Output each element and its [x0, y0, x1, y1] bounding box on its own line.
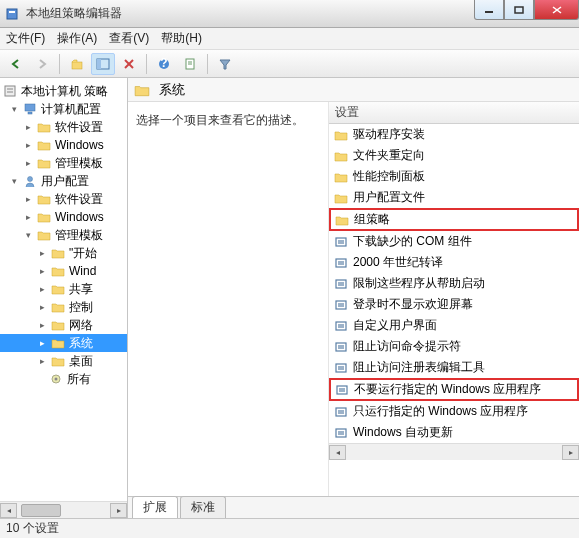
show-hide-tree-button[interactable]: [91, 53, 115, 75]
expand-icon[interactable]: ▸: [22, 211, 34, 223]
scroll-left-icon[interactable]: ◂: [0, 503, 17, 518]
tree-item[interactable]: ▸ 软件设置: [0, 190, 127, 208]
list-item[interactable]: 限制这些程序从帮助启动: [329, 273, 579, 294]
toolbar: ?: [0, 50, 579, 78]
menu-action[interactable]: 操作(A): [57, 30, 97, 47]
delete-button[interactable]: [117, 53, 141, 75]
list-item[interactable]: 用户配置文件: [329, 187, 579, 208]
tree-item[interactable]: ▸ 共享: [0, 280, 127, 298]
menu-file[interactable]: 文件(F): [6, 30, 45, 47]
scroll-thumb[interactable]: [21, 504, 61, 517]
status-text: 10 个设置: [6, 520, 59, 537]
tree-item[interactable]: ▾ 管理模板: [0, 226, 127, 244]
item-label: 组策略: [354, 211, 390, 228]
tree-label: 软件设置: [55, 191, 103, 208]
collapse-icon[interactable]: ▾: [22, 229, 34, 241]
tree-item[interactable]: ▸ Wind: [0, 262, 127, 280]
tree-label: 共享: [69, 281, 93, 298]
item-label: 驱动程序安装: [353, 126, 425, 143]
maximize-button[interactable]: [504, 0, 534, 20]
tree-label: 软件设置: [55, 119, 103, 136]
tree-item[interactable]: ▸ 管理模板: [0, 154, 127, 172]
expand-icon[interactable]: ▸: [36, 265, 48, 277]
tree-computer-config[interactable]: ▾ 计算机配置: [0, 100, 127, 118]
list-item[interactable]: 自定义用户界面: [329, 315, 579, 336]
collapse-icon[interactable]: ▾: [8, 103, 20, 115]
tree-user-config[interactable]: ▾ 用户配置: [0, 172, 127, 190]
list-item[interactable]: 下载缺少的 COM 组件: [329, 231, 579, 252]
back-button[interactable]: [4, 53, 28, 75]
list-item[interactable]: 性能控制面板: [329, 166, 579, 187]
menu-help[interactable]: 帮助(H): [161, 30, 202, 47]
settings-list[interactable]: 设置 驱动程序安装 文件夹重定向 性能控制面板 用户配置文件 组策略 下载缺少的…: [328, 102, 579, 496]
list-item-group-policy[interactable]: 组策略: [329, 208, 579, 231]
folder-icon: [334, 213, 350, 227]
titlebar: 本地组策略编辑器: [0, 0, 579, 28]
up-button[interactable]: [65, 53, 89, 75]
policy-icon: [2, 84, 18, 98]
expand-icon[interactable]: ▸: [22, 139, 34, 151]
toolbar-separator: [59, 54, 60, 74]
tree-root[interactable]: 本地计算机 策略: [0, 82, 127, 100]
tabs-row: 扩展 标准: [128, 496, 579, 518]
scroll-left-icon[interactable]: ◂: [329, 445, 346, 460]
collapse-icon[interactable]: ▾: [8, 175, 20, 187]
folder-icon: [36, 156, 52, 170]
forward-button[interactable]: [30, 53, 54, 75]
svg-rect-39: [336, 343, 346, 351]
list-item[interactable]: 驱动程序安装: [329, 124, 579, 145]
expand-icon[interactable]: ▸: [36, 301, 48, 313]
right-panel: 系统 选择一个项目来查看它的描述。 设置 驱动程序安装 文件夹重定向 性能控制面…: [128, 78, 579, 518]
minimize-button[interactable]: [474, 0, 504, 20]
list-item[interactable]: 只运行指定的 Windows 应用程序: [329, 401, 579, 422]
tree-item[interactable]: ▸ Windows: [0, 136, 127, 154]
tree-label: 管理模板: [55, 155, 103, 172]
settings-column-header[interactable]: 设置: [329, 102, 579, 124]
tree-item[interactable]: ▸ Windows: [0, 208, 127, 226]
properties-button[interactable]: [178, 53, 202, 75]
item-label: 不要运行指定的 Windows 应用程序: [354, 381, 541, 398]
svg-point-21: [28, 177, 33, 182]
svg-rect-0: [7, 9, 17, 19]
tree-item[interactable]: ▸ 桌面: [0, 352, 127, 370]
tree-hscrollbar[interactable]: ◂ ▸: [0, 501, 127, 518]
list-item[interactable]: 阻止访问注册表编辑工具: [329, 357, 579, 378]
content-body: 选择一个项目来查看它的描述。 设置 驱动程序安装 文件夹重定向 性能控制面板 用…: [128, 102, 579, 496]
filter-button[interactable]: [213, 53, 237, 75]
close-button[interactable]: [534, 0, 579, 20]
expand-icon[interactable]: ▸: [36, 319, 48, 331]
expand-icon[interactable]: ▸: [36, 283, 48, 295]
list-item[interactable]: Windows 自动更新: [329, 422, 579, 443]
tree-item[interactable]: ▸ 控制: [0, 298, 127, 316]
expand-icon[interactable]: ▸: [36, 337, 48, 349]
tree-item[interactable]: ▸ 网络: [0, 316, 127, 334]
expand-icon[interactable]: ▸: [22, 157, 34, 169]
scroll-right-icon[interactable]: ▸: [110, 503, 127, 518]
svg-rect-45: [337, 386, 347, 394]
expand-icon[interactable]: ▸: [36, 247, 48, 259]
help-button[interactable]: ?: [152, 53, 176, 75]
menu-view[interactable]: 查看(V): [109, 30, 149, 47]
tab-standard[interactable]: 标准: [180, 496, 226, 518]
tree-content[interactable]: 本地计算机 策略 ▾ 计算机配置 ▸ 软件设置 ▸ Windows ▸ 管理模板: [0, 78, 127, 501]
expand-icon[interactable]: ▸: [22, 193, 34, 205]
tree-item[interactable]: 所有: [0, 370, 127, 388]
expand-icon[interactable]: ▸: [36, 355, 48, 367]
folder-icon: [50, 282, 66, 296]
list-item[interactable]: 登录时不显示欢迎屏幕: [329, 294, 579, 315]
svg-rect-6: [72, 62, 82, 69]
setting-icon: [333, 361, 349, 375]
list-hscrollbar[interactable]: ◂ ▸: [329, 443, 579, 460]
list-item[interactable]: 文件夹重定向: [329, 145, 579, 166]
list-item-dont-run[interactable]: 不要运行指定的 Windows 应用程序: [329, 378, 579, 401]
list-item[interactable]: 2000 年世纪转译: [329, 252, 579, 273]
expand-icon[interactable]: ▸: [22, 121, 34, 133]
tab-extended[interactable]: 扩展: [132, 496, 178, 518]
scroll-right-icon[interactable]: ▸: [562, 445, 579, 460]
tree-item[interactable]: ▸ 软件设置: [0, 118, 127, 136]
tree-item[interactable]: ▸ "开始: [0, 244, 127, 262]
list-item[interactable]: 阻止访问命令提示符: [329, 336, 579, 357]
tree-label: 系统: [69, 335, 93, 352]
tree-label: 用户配置: [41, 173, 89, 190]
tree-item-system[interactable]: ▸ 系统: [0, 334, 127, 352]
